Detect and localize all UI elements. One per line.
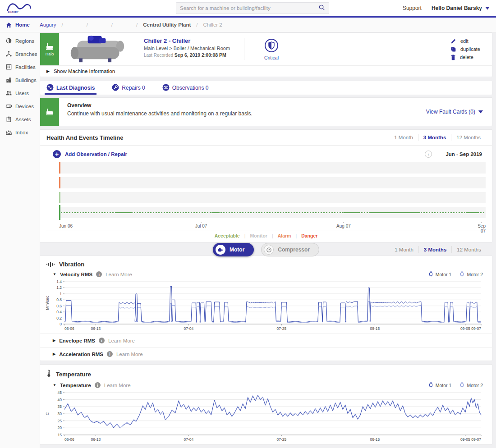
svg-text:09-05: 09-05: [460, 437, 470, 442]
sidebar-item-inbox[interactable]: Inbox: [0, 126, 40, 139]
delete-button[interactable]: delete: [450, 55, 480, 60]
motor-icon: [216, 245, 225, 255]
motor-icon: [428, 271, 433, 278]
timeline-event-marker: [59, 192, 60, 203]
period-3-months[interactable]: 3 Months: [418, 246, 451, 253]
sidebar-item-branches[interactable]: Branches: [0, 47, 40, 60]
breadcrumb-root[interactable]: Augury: [40, 22, 56, 27]
sidebar-item-buildings[interactable]: Buildings: [0, 73, 40, 87]
svg-text:15: 15: [58, 433, 62, 437]
learn-more-link[interactable]: Learn More: [104, 383, 131, 388]
halo-label: Halo: [46, 52, 54, 56]
support-link[interactable]: Support: [403, 5, 422, 11]
overview-title: Overview: [67, 102, 418, 109]
svg-text:0.4: 0.4: [56, 310, 62, 314]
legend-monitor: Monitor: [250, 233, 267, 238]
svg-text:40: 40: [58, 398, 62, 402]
sidebar-item-label: Facilities: [15, 64, 36, 70]
health-trend-solid-segment: [466, 212, 478, 213]
timeline-row: [59, 162, 486, 174]
users-icon: [5, 90, 12, 96]
velocity-rms-toggle[interactable]: ▼ Velocity RMS i Learn More: [53, 271, 132, 277]
show-machine-information-toggle[interactable]: ▶ Show Machine Information: [40, 65, 492, 77]
temperature-card: Temperature ▼ Temperature i Learn More M…: [40, 364, 492, 445]
regions-icon: [5, 37, 12, 44]
overview-health-badge: [40, 98, 59, 126]
chevron-down-icon: [485, 5, 490, 11]
view-fault-cards-button[interactable]: View Fault Cards (0): [426, 109, 483, 115]
svg-text:1: 1: [60, 292, 62, 296]
sidebar-item-home[interactable]: Home: [0, 18, 30, 32]
caret-right-icon: ▶: [46, 69, 50, 73]
sidebar-item-label: Users: [15, 91, 29, 96]
info-icon: i: [99, 338, 105, 343]
caret-right-icon: ▶: [53, 352, 55, 356]
search-icon[interactable]: [318, 4, 325, 12]
motor-icon: [459, 382, 464, 389]
augury-logo[interactable]: AUGURY: [6, 1, 32, 15]
tab-observations[interactable]: Observations 0: [162, 81, 209, 95]
learn-more-link[interactable]: Learn More: [106, 272, 132, 277]
sidebar-item-label: Home: [15, 22, 30, 27]
duplicate-button[interactable]: duplicate: [450, 46, 480, 52]
tab-repairs[interactable]: Repairs 0: [112, 81, 145, 95]
acceleration-rms-toggle[interactable]: ▶ Acceleration RMS i Learn More: [40, 347, 492, 361]
previous-period-icon[interactable]: ‹: [425, 151, 432, 158]
period-1-month[interactable]: 1 Month: [389, 134, 418, 141]
period-1-month[interactable]: 1 Month: [390, 246, 418, 253]
legend-motor-2[interactable]: Motor 2: [459, 271, 483, 278]
buildings-icon: [5, 77, 12, 83]
svg-text:0.2: 0.2: [56, 316, 62, 320]
sensor-period-selector: 1 Month3 Months12 Months: [390, 246, 486, 253]
svg-text:0.6: 0.6: [56, 304, 62, 308]
tab-last-diagnosis[interactable]: Last Diagnosis: [46, 81, 95, 95]
sidebar-item-devices[interactable]: Devices: [0, 100, 40, 113]
timeline-axis-label: Aug 07: [336, 222, 351, 229]
learn-more-link[interactable]: Learn More: [116, 352, 143, 357]
diagnosis-icon: [46, 84, 54, 92]
machine-icon: [45, 42, 54, 51]
search-input[interactable]: [180, 5, 318, 11]
timeline-axis-label: Jun 06: [59, 222, 73, 229]
sidebar-item-label: Regions: [15, 38, 34, 44]
legend-motor-2[interactable]: Motor 2: [459, 382, 483, 389]
svg-text:09-07: 09-07: [471, 326, 481, 331]
sidebar-item-label: Buildings: [15, 78, 37, 83]
period-12-months[interactable]: 12 Months: [451, 246, 486, 253]
motor-icon: [459, 271, 464, 278]
sidebar-item-regions[interactable]: Regions: [0, 34, 40, 47]
legend-danger: Danger: [301, 233, 317, 238]
timeline-row: [59, 192, 486, 203]
timeline-row: [59, 207, 486, 218]
temperature-section-toggle[interactable]: ▼ Temperature i Learn More: [53, 382, 131, 388]
svg-text:45: 45: [58, 390, 62, 395]
motor-icon: [428, 382, 433, 389]
breadcrumb-plant[interactable]: Central Utility Plant: [143, 22, 191, 27]
legend-acceptable: Acceptable: [215, 233, 240, 238]
legend-motor-1[interactable]: Motor 1: [428, 271, 452, 278]
envelope-rms-toggle[interactable]: ▶ Envelope RMS i Learn More: [40, 334, 492, 347]
sidebar-item-facilities[interactable]: Facilities: [0, 60, 40, 73]
breadcrumb-machine: Chiller 2: [203, 22, 222, 27]
motor-toggle[interactable]: Motor: [213, 243, 254, 256]
learn-more-link[interactable]: Learn More: [108, 338, 135, 343]
caret-down-icon: ▼: [53, 272, 56, 276]
add-observation-repair-button[interactable]: + Add Observation / Repair: [46, 150, 127, 158]
sidebar-item-users[interactable]: Users: [0, 87, 40, 100]
compressor-toggle[interactable]: Compressor: [261, 243, 319, 256]
compressor-icon: [264, 245, 274, 255]
top-bar: AUGURY Support Hello Daniel Barsky: [0, 0, 496, 16]
svg-text:07-25: 07-25: [277, 326, 287, 331]
period-12-months[interactable]: 12 Months: [451, 134, 486, 141]
period-3-months[interactable]: 3 Months: [418, 134, 451, 141]
component-toggle-row: Motor Compressor 1 Month3 Months12 Month…: [40, 246, 492, 254]
edit-button[interactable]: edit: [450, 38, 480, 44]
vibration-card: Vibration ▼ Velocity RMS i Learn More Mo…: [40, 256, 492, 361]
svg-text:06-06: 06-06: [64, 326, 74, 331]
sidebar-item-label: Devices: [15, 104, 34, 109]
user-menu[interactable]: Hello Daniel Barsky: [432, 5, 490, 11]
legend-motor-1[interactable]: Motor 1: [428, 382, 452, 389]
tab-label: Last Diagnosis: [56, 85, 95, 91]
timeline-event-marker: [59, 162, 60, 174]
sidebar-item-assets[interactable]: Assets: [0, 113, 40, 126]
